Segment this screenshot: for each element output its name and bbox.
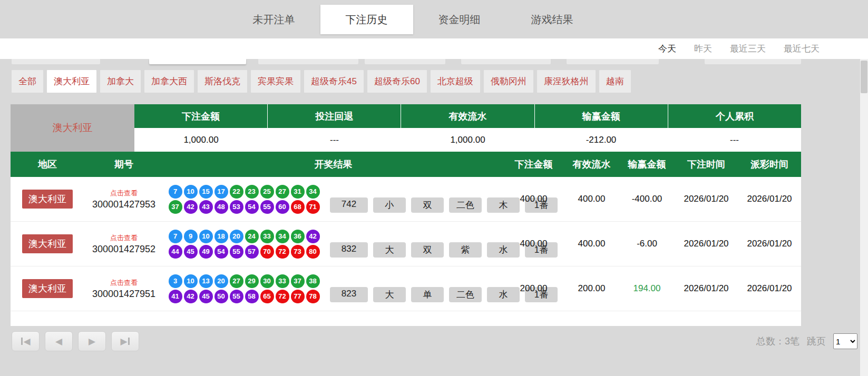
view-details-link[interactable]: 点击查看 bbox=[110, 278, 138, 288]
next-page-button[interactable]: ▶ bbox=[78, 331, 106, 351]
tab-未开注单[interactable]: 未开注单 bbox=[228, 5, 320, 34]
game-filter-row: 全部澳大利亚加拿大加拿大西斯洛伐克宾果宾果超级奇乐45超级奇乐60北京超级俄勒冈… bbox=[0, 65, 868, 101]
clipped-filter-bar bbox=[461, 59, 551, 64]
winloss-amount: -6.00 bbox=[619, 239, 675, 249]
game-filter-超级奇乐45[interactable]: 超级奇乐45 bbox=[304, 70, 364, 93]
lottery-ball: 10 bbox=[184, 185, 198, 199]
lottery-ball: 78 bbox=[306, 290, 320, 303]
result-tag: 823 bbox=[330, 287, 368, 302]
page-select[interactable]: 1 bbox=[833, 333, 857, 349]
result-tag: 大 bbox=[373, 242, 406, 258]
vertical-scrollbar[interactable] bbox=[860, 59, 868, 376]
result-tag: 二色 bbox=[449, 197, 482, 213]
lottery-ball: 20 bbox=[214, 274, 228, 288]
winloss-amount: 194.00 bbox=[619, 283, 675, 294]
clipped-filter-bar bbox=[365, 59, 445, 64]
summary-value: --- bbox=[268, 128, 401, 152]
bets-table-body: 澳大利亚点击查看30000142795371015172223252731343… bbox=[11, 177, 801, 311]
game-filter-北京超级[interactable]: 北京超级 bbox=[431, 70, 480, 93]
lottery-ball: 9 bbox=[184, 230, 198, 243]
table-row: 澳大利亚点击查看30000142795131013202729303337384… bbox=[11, 266, 801, 311]
game-filter-康涅狄格州[interactable]: 康涅狄格州 bbox=[537, 70, 596, 93]
tab-资金明细[interactable]: 资金明细 bbox=[413, 5, 506, 34]
lottery-ball: 7 bbox=[169, 230, 182, 243]
bets-table-header: 地区期号开奖结果下注金额有效流水输赢金额下注时间派彩时间 bbox=[11, 152, 801, 177]
summary-values-row: 1,000.00---1,000.00-212.00--- bbox=[134, 128, 801, 152]
payout-time: 2026/01/20 bbox=[738, 239, 801, 249]
column-header: 开奖结果 bbox=[163, 158, 503, 171]
column-header: 下注时间 bbox=[675, 158, 738, 171]
region-cell: 澳大利亚 bbox=[11, 234, 84, 253]
view-details-link[interactable]: 点击查看 bbox=[110, 189, 138, 198]
last-page-button[interactable]: ▶ bbox=[111, 331, 139, 351]
summary-col-header: 个人累积 bbox=[668, 104, 801, 128]
lottery-ball: 72 bbox=[276, 290, 289, 303]
table-row: 澳大利亚点击查看30000142795279101820243334364244… bbox=[11, 222, 801, 266]
game-filter-全部[interactable]: 全部 bbox=[12, 70, 43, 93]
valid-flow: 200.00 bbox=[564, 283, 619, 294]
game-filter-澳大利亚[interactable]: 澳大利亚 bbox=[47, 70, 96, 93]
tab-下注历史[interactable]: 下注历史 bbox=[320, 5, 413, 34]
lottery-ball: 37 bbox=[291, 274, 305, 288]
clipped-filter-bar bbox=[12, 59, 100, 64]
issue-number: 300001427951 bbox=[92, 289, 155, 300]
bet-amount: 400.00 bbox=[503, 194, 564, 204]
scrollbar-thumb[interactable] bbox=[861, 61, 867, 93]
valid-flow: 400.00 bbox=[564, 194, 619, 204]
lottery-ball: 7 bbox=[169, 185, 182, 199]
lottery-ball: 42 bbox=[184, 290, 198, 303]
game-filter-超级奇乐60[interactable]: 超级奇乐60 bbox=[367, 70, 427, 93]
date-filter-最近七天[interactable]: 最近七天 bbox=[784, 43, 820, 55]
region-badge[interactable]: 澳大利亚 bbox=[22, 279, 73, 298]
result-tag: 大 bbox=[373, 287, 406, 302]
bets-table: 地区期号开奖结果下注金额有效流水输赢金额下注时间派彩时间 澳大利亚点击查看300… bbox=[11, 152, 801, 326]
issue-number: 300001427952 bbox=[92, 244, 155, 255]
ball-line: 7101517222325273134 bbox=[168, 184, 320, 199]
view-details-link[interactable]: 点击查看 bbox=[110, 233, 138, 243]
game-filter-加拿大西[interactable]: 加拿大西 bbox=[144, 70, 194, 93]
result-tag: 742 bbox=[330, 197, 368, 213]
game-filter-宾果宾果[interactable]: 宾果宾果 bbox=[251, 70, 300, 93]
lottery-ball: 34 bbox=[276, 230, 289, 243]
result-tag: 小 bbox=[373, 197, 406, 213]
prev-page-icon: ◀ bbox=[55, 336, 62, 347]
summary-value: -212.00 bbox=[534, 128, 668, 152]
bet-time: 2026/01/20 bbox=[675, 194, 738, 204]
draw-balls: 79101820243334364244454954555770727380 bbox=[168, 229, 320, 259]
lottery-ball: 37 bbox=[169, 200, 182, 214]
date-filter-昨天[interactable]: 昨天 bbox=[694, 43, 712, 55]
prev-page-button[interactable]: ◀ bbox=[45, 331, 73, 351]
game-filter-越南[interactable]: 越南 bbox=[599, 70, 631, 93]
ball-line: 41424550555865727778 bbox=[168, 289, 320, 304]
game-filter-加拿大[interactable]: 加拿大 bbox=[100, 70, 141, 93]
lottery-ball: 55 bbox=[230, 245, 243, 259]
bet-time: 2026/01/20 bbox=[675, 283, 738, 294]
lottery-ball: 10 bbox=[184, 274, 198, 288]
game-filter-俄勒冈州[interactable]: 俄勒冈州 bbox=[484, 70, 533, 93]
last-page-icon bbox=[128, 338, 130, 345]
lottery-ball: 18 bbox=[214, 230, 228, 243]
lottery-ball: 34 bbox=[306, 185, 320, 199]
clipped-filter-bar bbox=[149, 59, 246, 64]
draw-balls: 310132027293033373841424550555865727778 bbox=[168, 273, 320, 304]
date-filter-最近三天[interactable]: 最近三天 bbox=[730, 43, 766, 55]
lottery-ball: 73 bbox=[291, 245, 305, 259]
draw-balls: 710151722232527313437424348535455606871 bbox=[168, 184, 320, 214]
clipped-filter-bar bbox=[258, 59, 358, 64]
region-badge[interactable]: 澳大利亚 bbox=[22, 190, 73, 209]
draw-result-cell: 7101517222325273134374243485354556068717… bbox=[163, 184, 503, 214]
game-filter-斯洛伐克[interactable]: 斯洛伐克 bbox=[198, 70, 247, 93]
lottery-ball: 58 bbox=[245, 290, 259, 303]
bet-time: 2026/01/20 bbox=[675, 239, 738, 249]
tab-游戏结果[interactable]: 游戏结果 bbox=[506, 5, 599, 34]
next-page-icon: ▶ bbox=[89, 336, 95, 347]
summary-header-row: 下注金额投注回退有效流水输赢金额个人累积 bbox=[134, 104, 801, 128]
lottery-ball: 33 bbox=[276, 274, 289, 288]
lottery-ball: 53 bbox=[230, 200, 243, 214]
first-page-button[interactable]: ◀ bbox=[12, 331, 40, 351]
lottery-ball: 42 bbox=[184, 200, 198, 214]
ball-line: 44454954555770727380 bbox=[168, 244, 320, 259]
summary-col-header: 投注回退 bbox=[267, 104, 401, 128]
date-filter-今天[interactable]: 今天 bbox=[658, 43, 676, 55]
region-badge[interactable]: 澳大利亚 bbox=[22, 234, 73, 253]
